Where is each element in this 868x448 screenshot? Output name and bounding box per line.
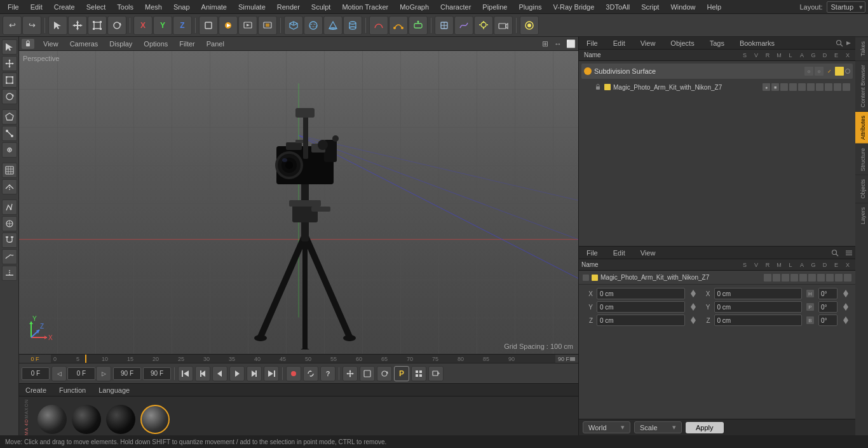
scale-dropdown[interactable]: Scale ▾	[634, 421, 682, 433]
pb-render2-btn[interactable]	[428, 366, 444, 381]
mat-create-tab[interactable]: Create	[23, 386, 49, 395]
menu-select[interactable]: Select	[81, 2, 111, 12]
layout-dropdown[interactable]: Startup ▾	[827, 1, 865, 13]
help-btn[interactable]: ?	[320, 366, 336, 381]
light-button[interactable]	[474, 16, 493, 35]
menu-help[interactable]: Help	[702, 2, 727, 12]
play-forward-btn[interactable]	[229, 366, 245, 381]
coord-x-size-val[interactable]: 0 cm	[714, 288, 803, 299]
obj-objects-btn[interactable]: Objects	[665, 38, 699, 48]
ls-snap-btn[interactable]	[2, 216, 17, 231]
pb-select-btn[interactable]	[360, 366, 375, 381]
menu-sculpt[interactable]: Sculpt	[306, 2, 336, 12]
ls-rotate-btn[interactable]	[2, 89, 17, 104]
next-frame-btn[interactable]	[247, 366, 262, 381]
toggle-light-button[interactable]	[520, 16, 539, 35]
cube-button[interactable]	[284, 16, 303, 35]
obj-file-btn[interactable]: File	[581, 38, 603, 48]
apply-button[interactable]: Apply	[686, 422, 724, 433]
ls-paint-btn[interactable]	[2, 200, 17, 215]
nikon-vis7[interactable]	[816, 83, 824, 91]
material-legs[interactable]: Legs	[106, 405, 135, 435]
attr-icon7[interactable]	[817, 274, 825, 282]
menu-mograph[interactable]: MoGraph	[395, 2, 434, 12]
attr-icon4[interactable]	[790, 274, 798, 282]
generator-button[interactable]	[435, 16, 454, 35]
nikon-vis3[interactable]	[780, 83, 788, 91]
vp-toggle-icon[interactable]: ⊞	[540, 39, 550, 49]
menu-file[interactable]: File	[3, 2, 24, 12]
nikon-vis1[interactable]: ●	[763, 83, 770, 91]
menu-mesh[interactable]: Mesh	[140, 2, 167, 12]
attr-icon1[interactable]	[764, 274, 771, 282]
scale-tool-button[interactable]	[88, 16, 107, 35]
nikon-vis4[interactable]	[789, 83, 797, 91]
pb-move-btn[interactable]	[342, 366, 358, 381]
coord-x-pos-val[interactable]: 0 cm	[597, 288, 685, 299]
attr-icon5[interactable]	[799, 274, 807, 282]
timeline-options-icon[interactable]	[569, 356, 576, 362]
viewport-canvas[interactable]: Perspective Grid Spacing : 100 cm X Y Z	[19, 51, 578, 354]
menu-script[interactable]: Script	[636, 2, 664, 12]
go-start-btn[interactable]	[178, 366, 193, 381]
ls-polygon-btn[interactable]	[2, 109, 17, 125]
undo-button[interactable]: ↩	[3, 16, 22, 35]
ls-floor-btn[interactable]	[2, 266, 17, 281]
ls-magnet-btn[interactable]	[2, 233, 17, 248]
tree-item-nikon[interactable]: Magic_Photo_Arm_Kit_with_Nikon_Z7 ● ■	[581, 80, 853, 94]
vp-maximize-icon[interactable]: ⬜	[566, 39, 576, 49]
obj-tags-btn[interactable]: Tags	[705, 38, 729, 48]
bezier-button[interactable]	[389, 16, 408, 35]
mat-language-tab[interactable]: Language	[96, 386, 132, 395]
menu-animate[interactable]: Animate	[196, 2, 232, 12]
axis-x-button[interactable]: X	[133, 16, 153, 35]
coord-b-val[interactable]: 0°	[818, 315, 837, 326]
ls-workplane-btn[interactable]	[2, 179, 17, 194]
nikon-vis5[interactable]	[798, 83, 806, 91]
menu-create[interactable]: Create	[49, 2, 80, 12]
obj-right-arrow-icon[interactable]	[845, 39, 853, 47]
vtab-content-browser[interactable]: Content Browser	[855, 60, 868, 111]
attr-edit-btn[interactable]: Edit	[608, 248, 630, 258]
vtab-structure[interactable]: Structure	[855, 144, 868, 175]
subdiv-vis-icon[interactable]: ○	[804, 67, 813, 76]
obj-search-icon[interactable]	[836, 39, 843, 47]
nikon-vis8[interactable]	[825, 83, 832, 91]
attr-icon10[interactable]	[844, 274, 851, 282]
vp-options-btn[interactable]: Options	[139, 39, 173, 49]
sphere-button[interactable]	[304, 16, 323, 35]
axis-z-button[interactable]: Z	[173, 16, 192, 35]
ls-select-btn[interactable]	[2, 39, 17, 55]
ls-sculpt-btn[interactable]	[2, 249, 17, 264]
attr-object-row[interactable]: Magic_Photo_Arm_Kit_with_Nikon_Z7	[579, 271, 855, 285]
world-dropdown[interactable]: World ▾	[583, 421, 630, 433]
coord-z-size-val[interactable]: 0 cm	[714, 315, 803, 326]
vtab-objects[interactable]: Objects	[855, 175, 868, 203]
pb-rotate2-btn[interactable]	[377, 366, 392, 381]
attr-icon6[interactable]	[808, 274, 816, 282]
coord-y-size-val[interactable]: 0 cm	[714, 301, 803, 313]
go-end-btn[interactable]	[264, 366, 279, 381]
current-frame-input[interactable]	[67, 367, 95, 380]
timeline-container[interactable]: 0 5 10 15 20 25 30 35 40 45 50 55 60 65 …	[19, 354, 578, 363]
nikon-vis9[interactable]	[834, 83, 841, 91]
pb-grid2-btn[interactable]	[411, 366, 426, 381]
menu-character[interactable]: Character	[435, 2, 476, 12]
prev-frame-btn[interactable]	[195, 366, 210, 381]
nurbs-button[interactable]	[409, 16, 428, 35]
attr-icon3[interactable]	[782, 274, 789, 282]
nikon-vis2[interactable]: ■	[771, 83, 779, 91]
record-btn[interactable]	[286, 366, 301, 381]
ls-edge-btn[interactable]	[2, 126, 17, 141]
menu-motion-tracker[interactable]: Motion Tracker	[337, 2, 393, 12]
loop-btn[interactable]	[303, 366, 318, 381]
frame-next-btn[interactable]: ▷	[96, 366, 111, 381]
attr-options-icon[interactable]	[845, 249, 853, 257]
ls-texture-btn[interactable]	[2, 163, 17, 178]
cylinder-button[interactable]	[343, 16, 362, 35]
menu-vray[interactable]: V-Ray Bridge	[548, 2, 600, 12]
attr-view-btn[interactable]: View	[635, 248, 661, 258]
deformer-button[interactable]	[454, 16, 473, 35]
subdiv-lock-icon[interactable]: ○	[815, 67, 824, 76]
nikon-vis6[interactable]	[807, 83, 815, 91]
